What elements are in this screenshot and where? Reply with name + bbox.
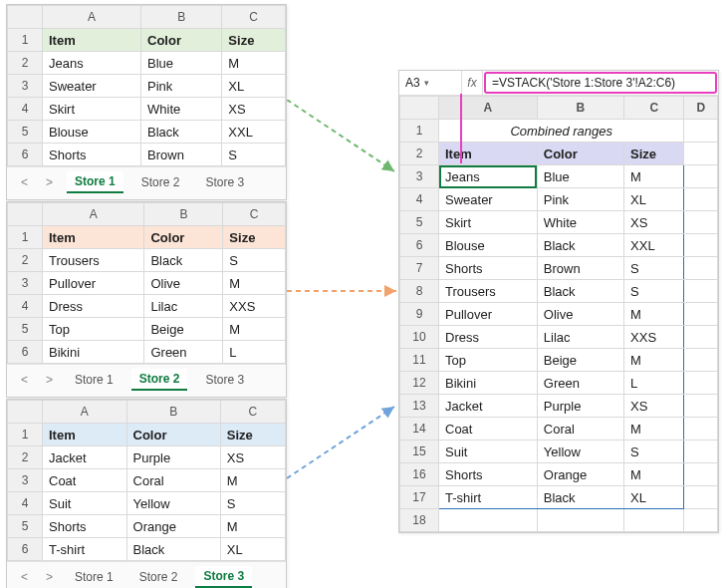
cell[interactable]: M xyxy=(624,463,684,486)
cell[interactable] xyxy=(684,143,718,165)
cell[interactable]: Bikini xyxy=(439,372,538,395)
cell[interactable] xyxy=(624,509,684,532)
cell[interactable]: Shorts xyxy=(439,463,538,486)
cell[interactable]: White xyxy=(537,211,623,234)
cell[interactable]: Jacket xyxy=(43,446,127,469)
tab-nav-left-icon[interactable]: < xyxy=(17,570,32,584)
cell[interactable]: L xyxy=(223,341,286,364)
header-color[interactable]: Color xyxy=(126,424,220,446)
cell[interactable]: Black xyxy=(126,538,220,561)
col-header-B[interactable]: B xyxy=(537,97,623,120)
cell[interactable]: XL xyxy=(222,75,286,98)
cell[interactable]: Beige xyxy=(537,349,623,372)
row-header[interactable]: 3 xyxy=(8,272,43,295)
cell[interactable] xyxy=(684,441,718,463)
cell[interactable]: Shorts xyxy=(439,257,538,280)
col-header-C[interactable]: C xyxy=(624,97,684,120)
col-header-B[interactable]: B xyxy=(141,6,222,29)
cell[interactable]: S xyxy=(220,492,285,515)
cell[interactable]: Lilac xyxy=(537,326,623,349)
cell[interactable]: Beige xyxy=(144,318,223,341)
col-header-C[interactable]: C xyxy=(223,203,286,226)
cell[interactable] xyxy=(537,509,623,532)
row-header[interactable]: 6 xyxy=(8,144,43,166)
tab-nav-right-icon[interactable]: > xyxy=(42,570,57,584)
cell[interactable]: Dress xyxy=(439,326,538,349)
col-header-A[interactable]: A xyxy=(439,97,538,120)
cell[interactable]: Skirt xyxy=(43,98,141,121)
col-header-B[interactable]: B xyxy=(144,203,223,226)
row-header[interactable]: 17 xyxy=(400,486,439,509)
header-item[interactable]: Item xyxy=(43,29,141,52)
formula-input[interactable]: =VSTACK('Store 1:Store 3'!A2:C6) xyxy=(484,72,717,94)
row-header[interactable]: 16 xyxy=(400,463,439,486)
cell[interactable]: Blouse xyxy=(43,121,141,144)
row-header[interactable]: 6 xyxy=(400,234,439,257)
cell[interactable]: S xyxy=(624,257,684,280)
cell[interactable] xyxy=(684,372,718,395)
cell[interactable] xyxy=(684,486,718,509)
tab-nav-left-icon[interactable]: < xyxy=(17,175,32,189)
col-header-A[interactable]: A xyxy=(43,401,127,424)
cell[interactable]: Yellow xyxy=(537,441,623,463)
row-header[interactable]: 3 xyxy=(8,469,43,492)
cell[interactable]: M xyxy=(223,318,286,341)
cell[interactable]: Sweater xyxy=(43,75,141,98)
cell[interactable]: Olive xyxy=(537,303,623,326)
row-header[interactable]: 11 xyxy=(400,349,439,372)
cell[interactable]: S xyxy=(223,249,286,272)
tab-store-3[interactable]: Store 3 xyxy=(197,370,252,390)
cell[interactable] xyxy=(684,211,718,234)
header-size[interactable]: Size xyxy=(220,424,285,446)
tab-store-2[interactable]: Store 2 xyxy=(131,567,186,587)
header-item[interactable]: Item xyxy=(43,226,144,249)
cell[interactable]: Jacket xyxy=(439,395,538,418)
cell[interactable]: Lilac xyxy=(144,295,223,318)
tab-nav-left-icon[interactable]: < xyxy=(17,373,32,387)
cell[interactable]: XL xyxy=(624,486,684,509)
cell[interactable] xyxy=(684,509,718,532)
row-header[interactable]: 4 xyxy=(8,492,43,515)
row-header[interactable]: 4 xyxy=(8,295,43,318)
row-header[interactable]: 1 xyxy=(8,29,43,52)
cell[interactable]: M xyxy=(222,52,286,75)
cell[interactable]: Trousers xyxy=(43,249,144,272)
header-color[interactable]: Color xyxy=(537,143,623,165)
row-header[interactable]: 5 xyxy=(8,318,43,341)
header-size[interactable]: Size xyxy=(624,143,684,165)
cell[interactable]: Blue xyxy=(537,165,623,188)
cell[interactable]: Blouse xyxy=(439,234,538,257)
cell[interactable]: Pullover xyxy=(439,303,538,326)
header-color[interactable]: Color xyxy=(144,226,223,249)
cell[interactable]: Olive xyxy=(144,272,223,295)
grid-store3[interactable]: A B C 1 Item Color Size 2JacketPurpleXS3… xyxy=(7,400,286,561)
row-header[interactable]: 3 xyxy=(8,75,43,98)
cell[interactable]: Purple xyxy=(537,395,623,418)
tab-store-3[interactable]: Store 3 xyxy=(195,566,252,588)
cell[interactable]: XL xyxy=(220,538,285,561)
grid-store1[interactable]: A B C 1 Item Color Size 2JeansBlueM3Swea… xyxy=(7,5,286,166)
cell[interactable]: XS xyxy=(220,446,285,469)
tab-store-2[interactable]: Store 2 xyxy=(131,369,188,391)
cell[interactable]: Top xyxy=(43,318,144,341)
cell[interactable]: Coral xyxy=(537,418,623,441)
cell[interactable]: Green xyxy=(144,341,223,364)
cell[interactable]: XS xyxy=(222,98,286,121)
cell[interactable]: Skirt xyxy=(439,211,538,234)
cell[interactable]: XXS xyxy=(624,326,684,349)
row-header[interactable]: 2 xyxy=(8,52,43,75)
row-header[interactable]: 5 xyxy=(400,211,439,234)
row-header[interactable]: 2 xyxy=(400,143,439,165)
cell[interactable] xyxy=(684,395,718,418)
tab-store-1[interactable]: Store 1 xyxy=(67,567,121,587)
cell[interactable]: Bikini xyxy=(43,341,144,364)
tab-store-3[interactable]: Store 3 xyxy=(197,172,252,192)
cell[interactable]: L xyxy=(624,372,684,395)
cell[interactable]: T-shirt xyxy=(439,486,538,509)
cell[interactable]: Suit xyxy=(439,441,538,463)
cell[interactable]: M xyxy=(624,303,684,326)
chevron-down-icon[interactable]: ▾ xyxy=(424,78,429,88)
row-header[interactable]: 1 xyxy=(8,424,43,446)
col-header-A[interactable]: A xyxy=(43,203,144,226)
cell[interactable]: Black xyxy=(537,234,623,257)
